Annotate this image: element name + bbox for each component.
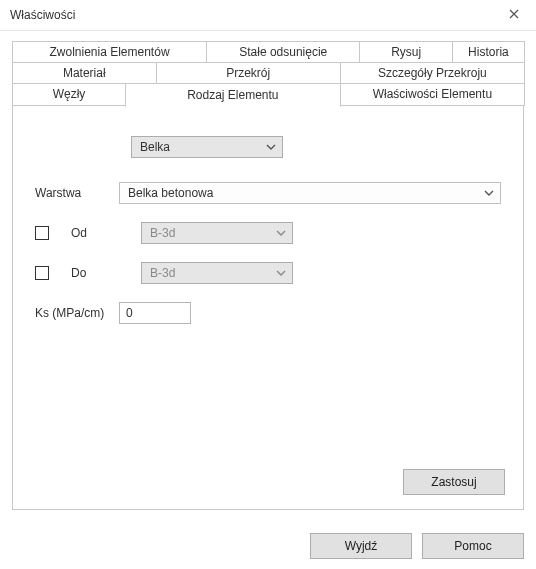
window-body: Zwolnienia Elementów Stałe odsunięcie Ry… xyxy=(0,31,536,510)
from-select[interactable]: B-3d xyxy=(141,222,293,244)
layer-value: Belka betonowa xyxy=(128,186,213,200)
layer-label: Warstwa xyxy=(35,186,119,200)
layer-select[interactable]: Belka betonowa xyxy=(119,182,501,204)
help-label: Pomoc xyxy=(454,539,491,553)
close-button[interactable] xyxy=(492,0,536,30)
tab-element-properties[interactable]: Właściwości Elementu xyxy=(340,83,525,106)
tab-section-details[interactable]: Szczegóły Przekroju xyxy=(340,62,525,83)
tab-offset[interactable]: Stałe odsunięcie xyxy=(206,41,360,62)
to-checkbox[interactable] xyxy=(35,266,49,280)
tab-history[interactable]: Historia xyxy=(452,41,525,62)
from-value: B-3d xyxy=(150,226,175,240)
window-title: Właściwości xyxy=(10,8,492,22)
ks-input[interactable]: 0 xyxy=(119,302,191,324)
chevron-down-icon xyxy=(276,230,286,236)
from-label: Od xyxy=(57,226,141,240)
tab-releases[interactable]: Zwolnienia Elementów xyxy=(12,41,207,62)
element-type-value: Belka xyxy=(140,140,170,154)
to-label: Do xyxy=(57,266,141,280)
from-checkbox[interactable] xyxy=(35,226,49,240)
chevron-down-icon xyxy=(484,190,494,196)
help-button[interactable]: Pomoc xyxy=(422,533,524,559)
to-value: B-3d xyxy=(150,266,175,280)
tab-element-type[interactable]: Rodzaj Elementu xyxy=(125,83,341,107)
tab-section[interactable]: Przekrój xyxy=(156,62,341,83)
tab-nodes[interactable]: Węzły xyxy=(12,83,126,106)
exit-label: Wyjdź xyxy=(345,539,378,553)
tab-material[interactable]: Materiał xyxy=(12,62,157,83)
tab-draw[interactable]: Rysuj xyxy=(359,41,452,62)
tabstrip: Zwolnienia Elementów Stałe odsunięcie Ry… xyxy=(12,41,524,510)
tab-panel: Belka Warstwa Belka betonowa Od xyxy=(12,105,524,510)
chevron-down-icon xyxy=(276,270,286,276)
close-icon xyxy=(509,8,519,22)
chevron-down-icon xyxy=(266,144,276,150)
ks-value: 0 xyxy=(126,306,133,320)
dialog-footer: Wyjdź Pomoc xyxy=(310,533,524,559)
exit-button[interactable]: Wyjdź xyxy=(310,533,412,559)
ks-label: Ks (MPa/cm) xyxy=(35,306,119,320)
titlebar: Właściwości xyxy=(0,0,536,31)
to-select[interactable]: B-3d xyxy=(141,262,293,284)
apply-button[interactable]: Zastosuj xyxy=(403,469,505,495)
element-type-select[interactable]: Belka xyxy=(131,136,283,158)
apply-label: Zastosuj xyxy=(431,475,476,489)
